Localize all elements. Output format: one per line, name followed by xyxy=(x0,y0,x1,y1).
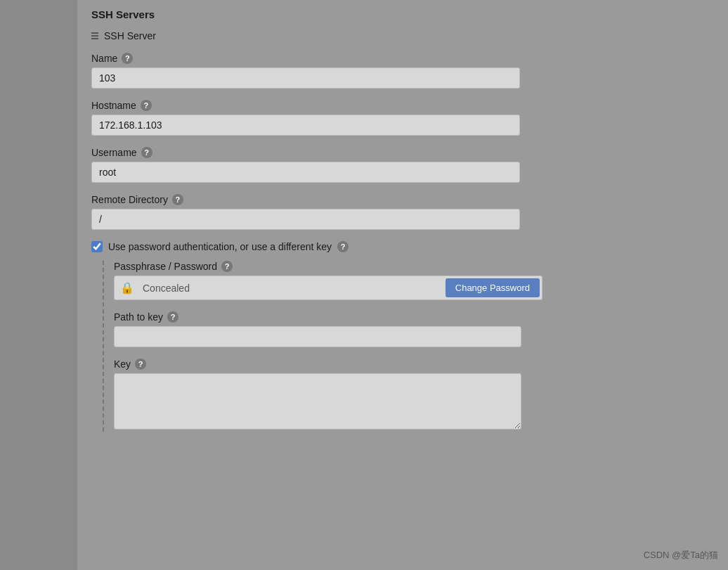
remote-directory-field-group: Remote Directory ? xyxy=(91,194,714,230)
hostname-input[interactable] xyxy=(91,115,520,136)
change-password-button[interactable]: Change Password xyxy=(446,278,540,297)
ssh-server-item: SSH Server xyxy=(91,30,714,41)
indented-section: Passphrase / Password ? 🔒 Change Passwor… xyxy=(103,261,714,432)
remote-directory-help-icon[interactable]: ? xyxy=(172,194,183,205)
remote-directory-input[interactable] xyxy=(91,209,520,230)
hostname-label-text: Hostname xyxy=(91,100,136,111)
use-password-auth-label[interactable]: Use password authentication, or use a di… xyxy=(108,241,332,252)
use-password-auth-checkbox[interactable] xyxy=(91,241,103,252)
path-to-key-help-icon[interactable]: ? xyxy=(167,311,178,323)
watermark: CSDN @爱Ta的猫 xyxy=(644,549,718,562)
username-label-text: Username xyxy=(91,147,137,158)
passphrase-field-group: Passphrase / Password ? 🔒 Change Passwor… xyxy=(114,261,714,300)
password-auth-help-icon[interactable]: ? xyxy=(337,241,349,252)
concealed-input xyxy=(140,278,443,298)
path-to-key-field-group: Path to key ? xyxy=(114,311,714,347)
hostname-field-group: Hostname ? xyxy=(91,100,714,136)
key-field-group: Key ? xyxy=(114,358,714,432)
path-to-key-label: Path to key ? xyxy=(114,311,714,323)
ssh-server-label: SSH Server xyxy=(104,30,156,41)
name-label-text: Name xyxy=(91,53,117,64)
key-textarea[interactable] xyxy=(114,373,521,429)
passphrase-help-icon[interactable]: ? xyxy=(221,261,233,272)
path-to-key-input[interactable] xyxy=(114,326,521,347)
lock-icon-wrapper: 🔒 xyxy=(115,277,140,299)
key-label-text: Key xyxy=(114,358,131,370)
password-auth-checkbox-row: Use password authentication, or use a di… xyxy=(91,241,714,252)
page-container: SSH Servers SSH Server Name ? Hostname ? xyxy=(0,0,728,570)
key-label: Key ? xyxy=(114,358,714,370)
section-title: SSH Servers xyxy=(91,8,714,20)
drag-handle[interactable] xyxy=(91,32,98,39)
username-help-icon[interactable]: ? xyxy=(141,147,152,158)
password-input-wrapper: 🔒 Change Password xyxy=(114,276,542,300)
main-content: SSH Servers SSH Server Name ? Hostname ? xyxy=(77,0,728,570)
left-sidebar xyxy=(0,0,77,570)
hostname-label: Hostname ? xyxy=(91,100,714,111)
name-help-icon[interactable]: ? xyxy=(122,53,133,64)
remote-directory-label-text: Remote Directory xyxy=(91,194,168,205)
username-input[interactable] xyxy=(91,162,520,183)
key-help-icon[interactable]: ? xyxy=(135,358,146,370)
passphrase-label-text: Passphrase / Password xyxy=(114,261,217,272)
name-label: Name ? xyxy=(91,53,714,64)
username-label: Username ? xyxy=(91,147,714,158)
name-field-group: Name ? xyxy=(91,53,714,89)
username-field-group: Username ? xyxy=(91,147,714,183)
name-input[interactable] xyxy=(91,67,520,89)
passphrase-label: Passphrase / Password ? xyxy=(114,261,714,272)
hostname-help-icon[interactable]: ? xyxy=(141,100,152,111)
path-to-key-label-text: Path to key xyxy=(114,311,163,323)
remote-directory-label: Remote Directory ? xyxy=(91,194,714,205)
lock-icon: 🔒 xyxy=(120,281,134,294)
